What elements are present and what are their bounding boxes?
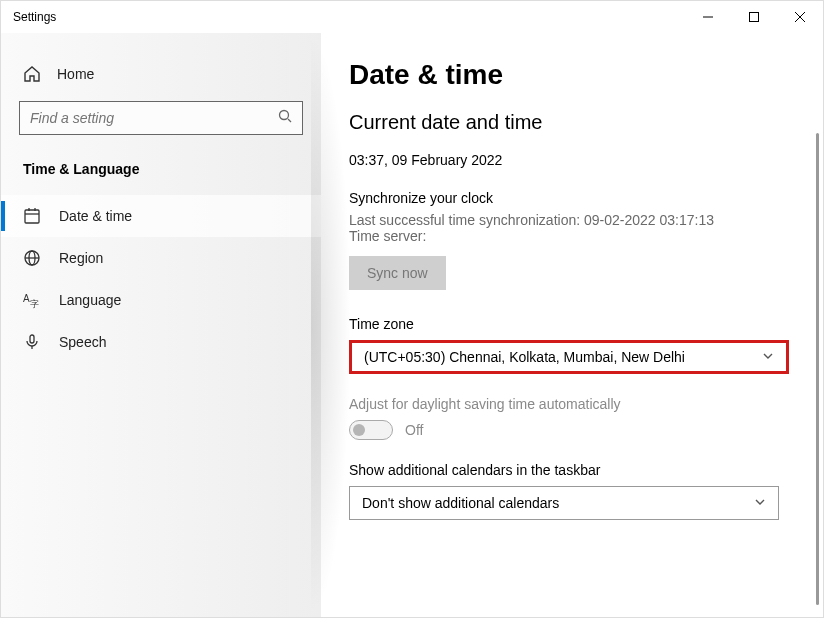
sync-now-button[interactable]: Sync now xyxy=(349,256,446,290)
toggle-knob xyxy=(353,424,365,436)
maximize-button[interactable] xyxy=(731,1,777,33)
additional-calendars-value: Don't show additional calendars xyxy=(362,495,559,511)
time-server-label: Time server: xyxy=(349,228,789,244)
window-controls xyxy=(685,1,823,33)
search-input-wrap[interactable] xyxy=(19,101,303,135)
dst-state: Off xyxy=(405,422,423,438)
additional-calendars-label: Show additional calendars in the taskbar xyxy=(349,462,789,478)
svg-text:字: 字 xyxy=(30,299,39,309)
minimize-button[interactable] xyxy=(685,1,731,33)
svg-rect-1 xyxy=(750,13,759,22)
svg-point-4 xyxy=(280,111,289,120)
svg-rect-6 xyxy=(25,210,39,223)
close-icon xyxy=(795,12,805,22)
minimize-icon xyxy=(703,12,713,22)
calendar-icon xyxy=(23,207,41,225)
page-title: Date & time xyxy=(349,59,789,91)
home-icon xyxy=(23,65,41,83)
current-datetime-value: 03:37, 09 February 2022 xyxy=(349,152,789,168)
sidebar-item-language[interactable]: A字 Language xyxy=(1,279,321,321)
dst-label: Adjust for daylight saving time automati… xyxy=(349,396,789,412)
section-current-datetime: Current date and time xyxy=(349,111,789,134)
globe-icon xyxy=(23,249,41,267)
language-icon: A字 xyxy=(23,291,41,309)
search-icon xyxy=(278,109,292,127)
timezone-dropdown[interactable]: (UTC+05:30) Chennai, Kolkata, Mumbai, Ne… xyxy=(349,340,789,374)
chevron-down-icon xyxy=(762,349,774,365)
sidebar-item-label: Date & time xyxy=(59,208,132,224)
svg-text:A: A xyxy=(23,293,30,304)
sidebar-item-speech[interactable]: Speech xyxy=(1,321,321,363)
close-button[interactable] xyxy=(777,1,823,33)
home-label: Home xyxy=(57,66,94,82)
scrollbar[interactable] xyxy=(816,133,819,605)
sync-section-title: Synchronize your clock xyxy=(349,190,789,206)
timezone-value: (UTC+05:30) Chennai, Kolkata, Mumbai, Ne… xyxy=(364,349,685,365)
dst-toggle xyxy=(349,420,393,440)
search-input[interactable] xyxy=(30,110,278,126)
sidebar-item-label: Region xyxy=(59,250,103,266)
main-panel: Date & time Current date and time 03:37,… xyxy=(321,33,823,617)
sidebar-item-region[interactable]: Region xyxy=(1,237,321,279)
last-sync-text: Last successful time synchronization: 09… xyxy=(349,212,789,228)
svg-line-5 xyxy=(288,119,291,122)
maximize-icon xyxy=(749,12,759,22)
sidebar: Home Time & Language Date & time Region xyxy=(1,33,321,617)
sidebar-item-label: Language xyxy=(59,292,121,308)
window-title: Settings xyxy=(13,10,685,24)
sidebar-item-date-time[interactable]: Date & time xyxy=(1,195,321,237)
microphone-icon xyxy=(23,333,41,351)
chevron-down-icon xyxy=(754,495,766,511)
timezone-label: Time zone xyxy=(349,316,789,332)
home-nav[interactable]: Home xyxy=(1,59,321,101)
sidebar-item-label: Speech xyxy=(59,334,106,350)
title-bar: Settings xyxy=(1,1,823,33)
additional-calendars-dropdown[interactable]: Don't show additional calendars xyxy=(349,486,779,520)
svg-rect-15 xyxy=(30,335,34,343)
sidebar-category: Time & Language xyxy=(1,157,321,195)
